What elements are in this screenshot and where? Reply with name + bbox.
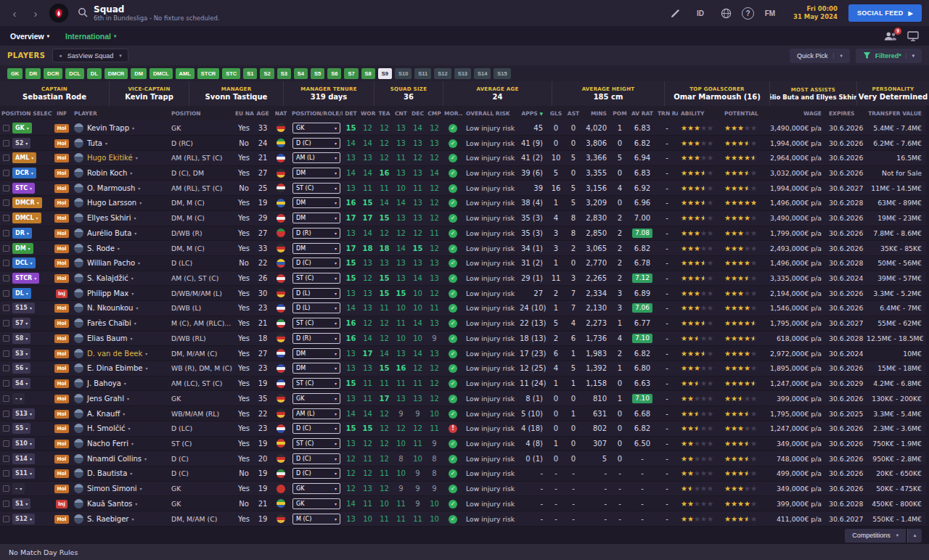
position-selector[interactable]: GK▾	[12, 123, 32, 133]
tab-international[interactable]: International▾	[65, 32, 116, 41]
filter-chip-s14[interactable]: S14	[474, 68, 491, 79]
position-selector[interactable]: S5▾	[12, 423, 30, 434]
player-name[interactable]: S. Raebiger	[87, 515, 128, 523]
column-header-ast[interactable]: AST	[565, 106, 582, 120]
player-cell[interactable]: O. Marmoush▾	[71, 181, 168, 196]
role-dropdown[interactable]: ST (C)▾	[292, 438, 340, 449]
back-button[interactable]: ‹	[7, 5, 22, 21]
filter-chip-s11[interactable]: S11	[414, 68, 431, 79]
column-header-player[interactable]: PLAYER	[71, 106, 168, 120]
position-selector[interactable]: S8▾	[12, 333, 30, 344]
globe-icon[interactable]	[716, 4, 735, 22]
column-header-overall-risk[interactable]: OVERALL RISK	[463, 106, 518, 120]
player-cell[interactable]: Ellyes Skhiri▾	[71, 210, 168, 226]
player-row[interactable]: DL▾InjPhilipp Max▾D/WB/M/AM (L)Yes30D (L…	[0, 286, 926, 301]
player-cell[interactable]: S. Kalajdžić▾	[71, 271, 168, 286]
column-header-av-rat[interactable]: AV RAT	[629, 106, 656, 120]
row-checkbox[interactable]	[3, 335, 9, 342]
player-name[interactable]: Tuta	[87, 139, 102, 147]
player-cell[interactable]: H. Smolčić▾	[71, 421, 168, 436]
help-icon[interactable]: ?	[742, 7, 754, 20]
player-row[interactable]: S14▾HolNnamdi Collins▾D (C)Yes20D (C)▾12…	[0, 451, 926, 466]
player-row[interactable]: STCR▾HolS. Kalajdžić▾AM (C), ST (C)Yes26…	[0, 271, 926, 286]
column-header-wor[interactable]: WOR	[359, 106, 376, 120]
player-row[interactable]: S15▾HolN. Nkounkou▾D/WB (L)Yes23D (L)▾14…	[0, 301, 926, 316]
role-dropdown[interactable]: M (C)▾	[292, 514, 340, 524]
position-selector[interactable]: DR▾	[12, 228, 32, 239]
position-selector[interactable]: S12▾	[12, 514, 35, 524]
row-checkbox[interactable]	[3, 456, 9, 462]
player-cell[interactable]: Robin Koch▾	[71, 165, 168, 181]
social-people-icon[interactable]: 9	[884, 31, 897, 41]
player-cell[interactable]: Hugo Ekitiké▾	[71, 150, 168, 165]
filter-chip-s10[interactable]: S10	[395, 68, 412, 79]
player-row[interactable]: S8▾HolElias Baum▾D/WB (RL)Yes18D (R)▾161…	[0, 331, 926, 346]
role-dropdown[interactable]: DM▾	[292, 168, 340, 178]
player-row[interactable]: S6▾HolE. Dina Ebimbe▾WB (R), DM, M (C)Ye…	[0, 361, 926, 376]
info-badge[interactable]: Hol	[54, 440, 68, 448]
position-selector[interactable]: S11▾	[12, 468, 35, 479]
role-dropdown[interactable]: GK▾	[292, 123, 340, 133]
filter-chip-s6[interactable]: S6	[327, 68, 341, 79]
player-name[interactable]: D. van de Beek	[87, 350, 142, 358]
filter-chip-s1[interactable]: S1	[243, 68, 257, 79]
column-header-transfer-value[interactable]: TRANSFER VALUE	[865, 106, 926, 120]
filter-chip-dmcl[interactable]: DMCL	[150, 68, 173, 79]
filter-chip-s12[interactable]: S12	[434, 68, 451, 79]
player-name[interactable]: Jens Grahl	[87, 395, 124, 403]
position-selector[interactable]: DMCL▾	[12, 213, 41, 223]
position-selector[interactable]: STCR▾	[12, 273, 39, 284]
position-selector[interactable]: S3▾	[12, 348, 30, 359]
column-header-tea[interactable]: TEA	[376, 106, 393, 120]
player-name[interactable]: Aurélio Buta	[87, 229, 131, 237]
player-cell[interactable]: Nacho Ferri▾	[71, 436, 168, 451]
position-selector[interactable]: S2▾	[12, 138, 30, 149]
social-feed-button[interactable]: SOCIAL FEED▶	[848, 4, 922, 22]
player-name[interactable]: O. Marmoush	[87, 184, 135, 192]
info-badge[interactable]: Hol	[54, 455, 68, 464]
info-badge[interactable]: Hol	[54, 424, 68, 433]
role-dropdown[interactable]: DM▾	[292, 197, 340, 208]
player-row[interactable]: S5▾HolH. Smolčić▾D (LC)Yes23D (C)▾151512…	[0, 421, 926, 436]
role-dropdown[interactable]: GK▾	[292, 498, 340, 509]
player-name[interactable]: A. Knauff	[87, 410, 120, 418]
player-cell[interactable]: Farès Chaïbi▾	[71, 316, 168, 331]
row-checkbox[interactable]	[3, 275, 9, 281]
squad-view-selector[interactable]: ◂ SasView Squad ▾	[52, 49, 128, 62]
player-name[interactable]: Kevin Trapp	[87, 124, 129, 132]
row-checkbox[interactable]	[3, 305, 9, 311]
filter-chip-s13[interactable]: S13	[454, 68, 471, 79]
player-cell[interactable]: Nnamdi Collins▾	[71, 451, 168, 466]
position-selector[interactable]: S13▾	[12, 408, 35, 419]
row-checkbox[interactable]	[3, 380, 9, 387]
position-selector[interactable]: DCL▾	[12, 258, 36, 268]
player-cell[interactable]: Simon Simoni▾	[71, 481, 168, 496]
info-badge[interactable]: Hol	[54, 169, 68, 178]
role-dropdown[interactable]: D (L)▾	[292, 302, 340, 313]
role-dropdown[interactable]: D (R)▾	[292, 228, 340, 239]
player-cell[interactable]: N. Nkounkou▾	[71, 301, 168, 316]
filter-chip-dm[interactable]: DM	[131, 68, 147, 79]
row-checkbox[interactable]	[3, 485, 9, 492]
info-badge[interactable]: Hol	[54, 364, 68, 373]
info-badge[interactable]: Hol	[54, 469, 68, 478]
row-checkbox[interactable]	[3, 290, 9, 297]
role-dropdown[interactable]: DM▾	[292, 348, 340, 359]
position-selector[interactable]: S4▾	[12, 378, 30, 389]
monitor-icon[interactable]	[907, 31, 919, 41]
role-dropdown[interactable]: D (C)▾	[292, 138, 340, 149]
column-header-mins[interactable]: MINS	[582, 106, 611, 120]
player-cell[interactable]: S. Rode▾	[71, 241, 168, 256]
row-checkbox[interactable]	[3, 155, 9, 161]
player-row[interactable]: STC▾HolO. Marmoush▾AM (RL), ST (C)No25ST…	[0, 181, 926, 196]
player-row[interactable]: -▾HolSimon Simoni▾GKYes19GK▾121312999✓Lo…	[0, 481, 926, 496]
filter-chip-s2[interactable]: S2	[260, 68, 274, 79]
info-badge[interactable]: Hol	[54, 319, 68, 328]
column-header-potential[interactable]: POTENTIAL	[721, 106, 765, 120]
player-cell[interactable]: Philipp Max▾	[71, 286, 168, 301]
row-checkbox[interactable]	[3, 245, 9, 252]
role-dropdown[interactable]: GK▾	[292, 393, 340, 404]
role-dropdown[interactable]: D (C)▾	[292, 258, 340, 268]
role-dropdown[interactable]: D (R)▾	[292, 333, 340, 344]
role-dropdown[interactable]: D (L)▾	[292, 288, 340, 299]
